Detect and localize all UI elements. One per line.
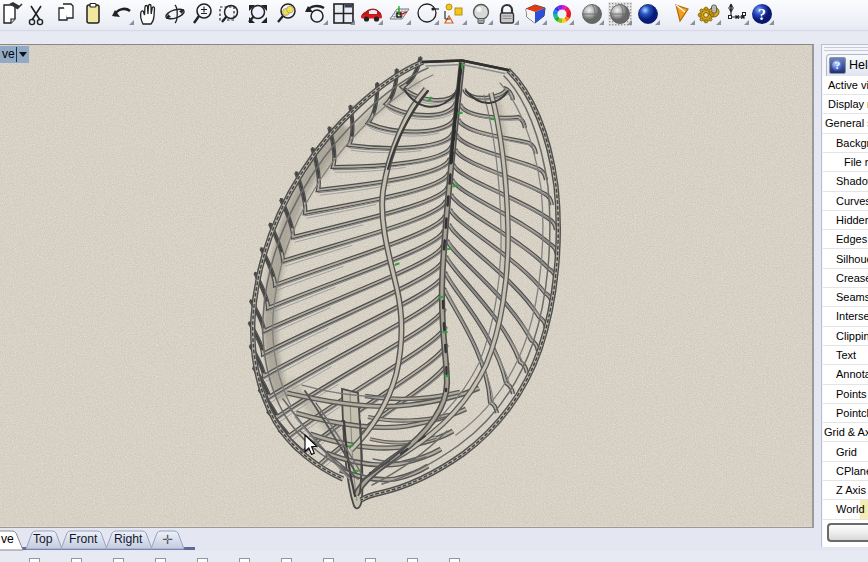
svg-text:?: ?: [758, 6, 766, 23]
svg-text:✛: ✛: [162, 532, 173, 547]
svg-text:Top: Top: [33, 532, 53, 546]
svg-text:ve: ve: [1, 532, 14, 546]
svg-text:Right: Right: [114, 532, 143, 546]
svg-text:Front: Front: [69, 532, 98, 546]
